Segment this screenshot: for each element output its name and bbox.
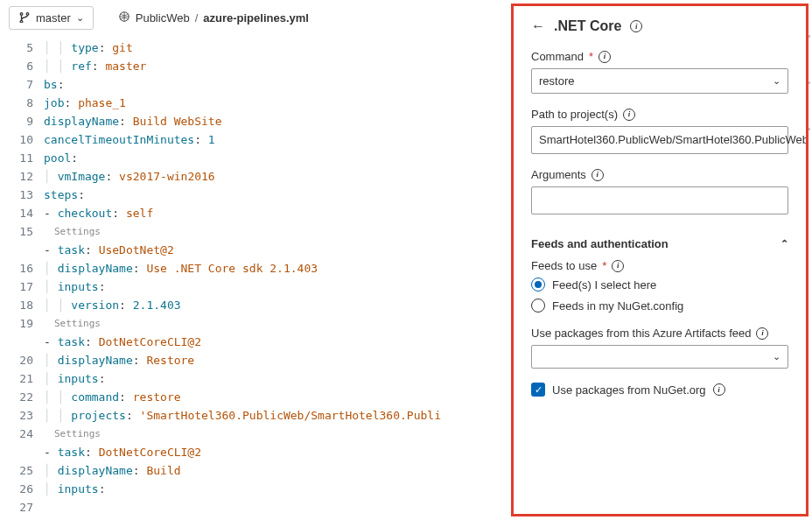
artifacts-feed-field: Use packages from this Azure Artifacts f… xyxy=(531,327,788,369)
branch-name: master xyxy=(36,11,71,25)
radio-nuget-config[interactable]: Feeds in my NuGet.config xyxy=(531,299,788,313)
info-icon[interactable]: i xyxy=(612,260,624,272)
checkbox-icon: ✓ xyxy=(531,383,545,397)
chevron-down-icon: ⌄ xyxy=(76,12,84,24)
chevron-down-icon: ⌄ xyxy=(773,351,780,362)
panel-header: ← .NET Core i xyxy=(531,18,788,34)
radio-icon xyxy=(531,299,545,313)
required-marker: * xyxy=(602,259,606,272)
command-select[interactable]: restore ⌄ xyxy=(531,68,788,94)
info-icon[interactable]: i xyxy=(592,169,604,181)
info-icon[interactable]: i xyxy=(713,383,725,396)
feeds-label: Feeds to use xyxy=(531,259,597,272)
arguments-input[interactable] xyxy=(531,186,788,214)
radio-label: Feeds in my NuGet.config xyxy=(552,299,683,313)
arguments-field: Arguments i xyxy=(531,168,788,214)
repo-icon xyxy=(118,11,130,25)
command-value: restore xyxy=(539,74,574,88)
feeds-section-label: Feeds and authentication xyxy=(531,237,668,250)
breadcrumb-separator: / xyxy=(195,11,199,25)
chevron-up-icon: ⌃ xyxy=(780,238,788,249)
chevron-down-icon: ⌄ xyxy=(773,75,780,87)
arguments-label: Arguments xyxy=(531,168,586,181)
info-icon[interactable]: i xyxy=(623,109,635,121)
back-button[interactable]: ← xyxy=(531,18,545,34)
path-label: Path to project(s) xyxy=(531,108,618,121)
line-gutter: 56789101112131415 16171819 2021222324 25… xyxy=(0,35,44,520)
required-marker: * xyxy=(589,50,593,63)
breadcrumb: PublicWeb / azure-pipelines.yml xyxy=(118,11,309,25)
feeds-to-use-field: Feeds to use * i Feed(s) I select here F… xyxy=(531,259,788,313)
radio-feed-select-here[interactable]: Feed(s) I select here xyxy=(531,278,788,292)
feeds-section-toggle[interactable]: Feeds and authentication ⌃ xyxy=(531,228,788,259)
command-label: Command xyxy=(531,50,584,63)
task-assistant-panel: ← .NET Core i Command * i restore ⌄ Path… xyxy=(511,4,808,516)
artifacts-feed-select[interactable]: ⌄ xyxy=(531,345,788,369)
path-field: Path to project(s) i SmartHotel360.Publi… xyxy=(531,108,788,154)
info-icon[interactable]: i xyxy=(630,20,642,32)
info-icon[interactable]: i xyxy=(598,51,611,63)
artifacts-label: Use packages from this Azure Artifacts f… xyxy=(531,327,751,340)
branch-selector[interactable]: master ⌄ xyxy=(9,6,94,30)
nuget-org-label: Use packages from NuGet.org xyxy=(552,383,706,397)
info-icon[interactable]: i xyxy=(756,327,768,340)
radio-label: Feed(s) I select here xyxy=(552,278,656,292)
nuget-org-checkbox-row[interactable]: ✓ Use packages from NuGet.org i xyxy=(531,383,788,397)
radio-icon xyxy=(531,278,545,292)
path-input[interactable]: SmartHotel360.PublicWeb/SmartHotel360.Pu… xyxy=(531,126,788,154)
branch-icon xyxy=(18,11,31,25)
breadcrumb-repo[interactable]: PublicWeb xyxy=(136,11,190,25)
command-field: Command * i restore ⌄ xyxy=(531,50,788,94)
panel-title: .NET Core xyxy=(554,18,621,34)
breadcrumb-file[interactable]: azure-pipelines.yml xyxy=(203,11,309,25)
